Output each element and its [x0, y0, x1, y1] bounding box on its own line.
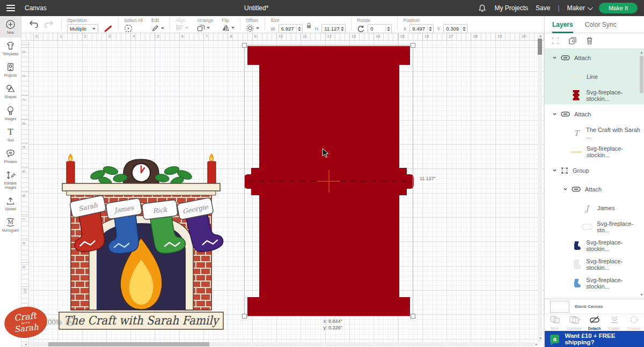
- layer-row[interactable]: Svg-fireplace-stockin...: [545, 86, 644, 105]
- layers-scroll-down-arrow[interactable]: ▼: [640, 293, 643, 297]
- selection-handle-top-right[interactable]: [411, 43, 415, 48]
- scroll-right-arrow[interactable]: ▸: [536, 342, 538, 346]
- operation-select[interactable]: Multiple: [67, 24, 98, 33]
- selection-handle-top-left[interactable]: [242, 43, 247, 48]
- selection-handle-bottom-right[interactable]: [411, 314, 415, 319]
- undo-icon[interactable]: [29, 20, 39, 28]
- layer-thumbnail: [570, 90, 582, 100]
- arrange-icon[interactable]: [197, 24, 210, 32]
- layer-row[interactable]: Svg-fireplace-stockin...: [545, 255, 644, 274]
- sidebar-item-shapes[interactable]: Shapes: [0, 80, 21, 102]
- sidebar-item-new[interactable]: New: [0, 16, 21, 38]
- layers-scrollbar-thumb[interactable]: [640, 56, 643, 93]
- bell-icon[interactable]: [478, 4, 487, 13]
- x-position-input[interactable]: [410, 25, 427, 33]
- height-input[interactable]: [322, 25, 339, 33]
- vertical-scrollbar-thumb[interactable]: [538, 39, 542, 55]
- ruler-h-label: 18: [473, 34, 477, 39]
- selection-handle-bottom-left[interactable]: [242, 314, 247, 319]
- scroll-left-arrow[interactable]: ◂: [25, 342, 27, 346]
- layer-row[interactable]: Svg-fireplace-stockin...: [545, 236, 644, 255]
- detach-button[interactable]: Detach: [584, 314, 604, 331]
- sidebar-item-editable-images[interactable]: Editable Images: [0, 167, 21, 193]
- rotate-input-box: [368, 24, 392, 33]
- rotate-input[interactable]: [368, 25, 385, 33]
- caret-down-icon: [185, 27, 188, 29]
- y-stepper[interactable]: [461, 25, 467, 33]
- my-projects-link[interactable]: My Projects: [494, 4, 528, 12]
- chevron-down-icon[interactable]: [552, 55, 557, 60]
- select-all-icon[interactable]: [124, 24, 133, 33]
- mouse-cursor: [322, 148, 329, 158]
- attach-icon: [561, 55, 570, 61]
- layer-row[interactable]: Svg-fireplace-stockin...: [545, 274, 644, 292]
- rotate-icon[interactable]: [357, 25, 364, 33]
- sidebar-item-phrases[interactable]: Phrases: [0, 145, 21, 167]
- horizontal-scrollbar-thumb[interactable]: [48, 342, 209, 346]
- chevron-down-icon[interactable]: [552, 112, 557, 116]
- zoom-in-button[interactable]: +: [66, 318, 75, 326]
- layer-row[interactable]: TThe Craft with Sarah ...: [545, 123, 644, 142]
- layer-label: Line: [587, 73, 598, 80]
- machine-selector[interactable]: Maker: [567, 4, 591, 12]
- layer-row[interactable]: Svg-fireplace-sto...: [545, 217, 644, 236]
- layer-group-row[interactable]: Attach: [545, 180, 644, 198]
- rotate-label: Rotate: [357, 18, 392, 23]
- sidebar-item-text[interactable]: T Text: [0, 124, 21, 145]
- selection-y-label: y: 0.226": [309, 325, 357, 331]
- scroll-down-arrow[interactable]: ▾: [539, 336, 541, 341]
- sidebar-item-templates[interactable]: Templates: [0, 38, 21, 59]
- duplicate-icon[interactable]: [568, 36, 577, 45]
- x-stepper[interactable]: [427, 25, 433, 33]
- height-stepper[interactable]: [339, 25, 345, 33]
- edit-pencil-icon[interactable]: [151, 24, 164, 32]
- layer-row[interactable]: JJames: [545, 198, 644, 217]
- layers-scroll-up-arrow[interactable]: ▲: [640, 50, 643, 54]
- redo-icon[interactable]: [44, 20, 54, 28]
- offset-icon[interactable]: [246, 24, 259, 32]
- layers-scrollbar[interactable]: ▲ ▼: [640, 51, 643, 296]
- design-canvas[interactable]: 01234567891011121314151617181920 0123456…: [21, 33, 544, 347]
- chevron-down-icon[interactable]: [563, 187, 568, 191]
- horizontal-scrollbar[interactable]: [30, 342, 534, 346]
- sidebar-item-images[interactable]: Images: [0, 102, 21, 124]
- blank-canvas-row[interactable]: Blank Canvas: [545, 299, 644, 314]
- sidebar-label: Projects: [4, 73, 17, 78]
- lock-icon[interactable]: [306, 23, 312, 29]
- ruler-h-label: 11: [303, 34, 307, 39]
- ruler-h-label: 17: [449, 34, 453, 39]
- action-label: Combine: [567, 327, 582, 330]
- layer-row[interactable]: Svg-fireplace-stockin...: [545, 142, 644, 161]
- sidebar-label: Images: [5, 117, 16, 121]
- flip-icon[interactable]: [222, 24, 235, 32]
- chevron-down-icon[interactable]: [552, 168, 557, 173]
- scroll-up-arrow[interactable]: ▴: [539, 34, 541, 38]
- layer-group-row[interactable]: Attach: [545, 105, 644, 123]
- pen-color-swatch[interactable]: [104, 25, 112, 32]
- make-it-button[interactable]: Make It: [599, 3, 638, 13]
- delete-icon[interactable]: [586, 36, 594, 45]
- tab-layers[interactable]: Layers: [552, 16, 573, 33]
- hamburger-menu-icon[interactable]: [0, 0, 21, 16]
- width-input[interactable]: [279, 25, 296, 33]
- layer-group-row[interactable]: Group: [545, 161, 644, 180]
- layer-group-row[interactable]: Attach: [545, 48, 644, 67]
- sidebar-item-upload[interactable]: Upload: [0, 193, 21, 214]
- layer-row[interactable]: Line: [545, 67, 644, 86]
- save-link[interactable]: Save: [536, 4, 550, 12]
- tab-color-sync[interactable]: Color Sync: [585, 16, 617, 33]
- caret-down-icon: [256, 27, 259, 29]
- rotate-stepper[interactable]: [385, 25, 391, 33]
- sidebar-item-monogram[interactable]: M Monogram: [0, 214, 21, 235]
- candle-left: [67, 153, 75, 186]
- promo-banner[interactable]: a Want £10 + FREE shipping?: [545, 331, 644, 347]
- y-position-input[interactable]: [444, 25, 461, 33]
- vertical-scrollbar[interactable]: [538, 33, 542, 342]
- width-stepper[interactable]: [296, 25, 302, 33]
- sidebar-item-projects[interactable]: Projects: [0, 59, 21, 80]
- fireplace-artwork[interactable]: Sarah James Rick Georgie The Craft with …: [56, 152, 226, 331]
- top-header-bar: Canvas Untitled* My Projects Save | Make…: [0, 0, 644, 16]
- operation-label: Operation: [67, 18, 113, 23]
- canvas-color-swatch[interactable]: [550, 301, 569, 313]
- selected-red-shape[interactable]: [241, 43, 416, 319]
